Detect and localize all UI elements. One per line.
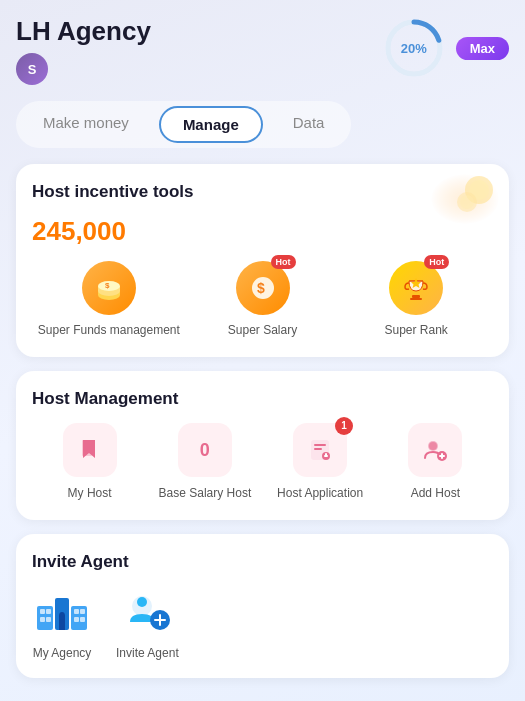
host-application-badge: 1	[335, 417, 353, 435]
max-badge[interactable]: Max	[456, 37, 509, 60]
tab-data[interactable]: Data	[271, 106, 347, 143]
host-application-label: Host Application	[277, 485, 363, 502]
invite-svg	[120, 590, 174, 634]
header-right: 20% Max	[382, 16, 509, 80]
my-host-icon-wrap	[63, 423, 117, 477]
super-funds-label: Super Funds management	[38, 323, 180, 339]
invite-agent-icon	[117, 586, 177, 638]
svg-point-28	[429, 442, 437, 450]
agency-svg	[33, 590, 91, 634]
my-agency-icon	[32, 586, 92, 638]
invite-agent-label: Invite Agent	[116, 646, 179, 660]
svg-rect-17	[410, 298, 422, 300]
host-application-icon-wrap: 1	[293, 423, 347, 477]
svg-point-6	[460, 195, 474, 209]
mgmt-item-base-salary-host[interactable]: 0 Base Salary Host	[147, 423, 262, 502]
header: LH Agency S 20% Max	[16, 16, 509, 85]
base-salary-count: 0	[200, 441, 210, 459]
incentive-items-list: $ Super Funds management $ Hot	[32, 261, 493, 339]
tab-manage[interactable]: Manage	[159, 106, 263, 143]
svg-rect-31	[439, 455, 445, 457]
invite-items-list: My Agency Invite Agent	[32, 586, 493, 660]
svg-rect-35	[40, 609, 45, 614]
progress-ring: 20%	[382, 16, 446, 80]
super-rank-label: Super Rank	[384, 323, 447, 339]
svg-rect-48	[154, 619, 166, 621]
incentive-tools-card: Host incentive tools 245,000	[16, 164, 509, 357]
super-salary-icon-wrap: $ Hot	[236, 261, 290, 315]
base-salary-host-icon: 0	[178, 423, 232, 477]
svg-rect-22	[314, 448, 322, 450]
add-host-label: Add Host	[411, 485, 460, 502]
incentive-item-super-funds[interactable]: $ Super Funds management	[32, 261, 186, 339]
svg-rect-21	[314, 444, 326, 446]
my-host-icon	[63, 423, 117, 477]
tabs-bar: Make money Manage Data	[16, 101, 351, 148]
super-rank-icon	[389, 261, 443, 315]
my-agency-label: My Agency	[33, 646, 92, 660]
mgmt-item-add-host[interactable]: Add Host	[378, 423, 493, 502]
host-management-title: Host Management	[32, 389, 493, 409]
svg-rect-25	[324, 455, 328, 457]
host-management-card: Host Management My Host	[16, 371, 509, 520]
svg-text:$: $	[105, 281, 110, 290]
svg-point-45	[137, 597, 147, 607]
svg-point-43	[59, 612, 65, 620]
header-left: LH Agency S	[16, 16, 151, 85]
svg-rect-39	[74, 609, 79, 614]
super-salary-icon: $	[236, 261, 290, 315]
mgmt-item-host-application[interactable]: 1 Host Application	[263, 423, 378, 502]
incentive-item-super-rank[interactable]: Hot Super Rank	[339, 261, 493, 339]
super-salary-hot-badge: Hot	[271, 255, 296, 269]
progress-text: 20%	[401, 41, 427, 56]
mgmt-item-my-host[interactable]: My Host	[32, 423, 147, 502]
svg-rect-41	[74, 617, 79, 622]
super-funds-icon-wrap: $	[82, 261, 136, 315]
incentive-item-super-salary[interactable]: $ Hot Super Salary	[186, 261, 340, 339]
invite-item-invite-agent[interactable]: Invite Agent	[116, 586, 179, 660]
svg-rect-40	[80, 609, 85, 614]
app-title: LH Agency	[16, 16, 151, 47]
super-rank-hot-badge: Hot	[424, 255, 449, 269]
add-host-icon	[408, 423, 462, 477]
base-salary-icon-wrap: 0	[178, 423, 232, 477]
mgmt-items-list: My Host 0 Base Salary Host	[32, 423, 493, 502]
app-container: LH Agency S 20% Max Make money Manage Da…	[16, 16, 509, 692]
invite-agent-title: Invite Agent	[32, 552, 493, 572]
decoration-blob	[429, 172, 501, 227]
avatar[interactable]: S	[16, 53, 48, 85]
invite-item-my-agency[interactable]: My Agency	[32, 586, 92, 660]
my-host-label: My Host	[68, 485, 112, 502]
svg-text:$: $	[257, 280, 265, 296]
super-salary-label: Super Salary	[228, 323, 297, 339]
svg-rect-38	[46, 617, 51, 622]
super-funds-icon: $	[82, 261, 136, 315]
svg-rect-16	[412, 295, 420, 298]
svg-rect-37	[40, 617, 45, 622]
incentive-amount: 245,000	[32, 216, 493, 247]
base-salary-host-label: Base Salary Host	[159, 485, 252, 502]
super-rank-icon-wrap: Hot	[389, 261, 443, 315]
tab-make-money[interactable]: Make money	[21, 106, 151, 143]
svg-rect-42	[80, 617, 85, 622]
svg-rect-36	[46, 609, 51, 614]
invite-agent-card: Invite Agent	[16, 534, 509, 678]
add-host-icon-wrap	[408, 423, 462, 477]
incentive-tools-title: Host incentive tools	[32, 182, 493, 202]
